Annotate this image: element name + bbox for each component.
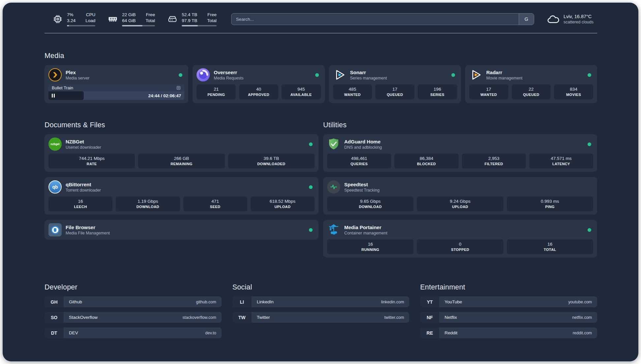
status-dot	[588, 228, 591, 232]
section-title-entertainment: Entertainment	[420, 283, 597, 291]
app-name: Speedtest	[344, 182, 380, 187]
stat-running: 16 RUNNING	[327, 239, 413, 254]
section-title-documents: Documents & Files	[45, 121, 319, 129]
app-name: NZBGet	[66, 139, 101, 144]
cpu-usage-value: 7%	[67, 12, 76, 18]
stat-queries: 498,461 QUERIES	[327, 154, 391, 168]
qbittorrent-card[interactable]: qb qBittorrent Torrent downloader 16 LEE…	[45, 177, 319, 215]
bookmark-linkedin[interactable]: LI LinkedIn linkedin.com	[232, 296, 410, 307]
disk-total-value: 97.9 TB	[182, 18, 197, 24]
stat-rate: 744.21 Mbps RATE	[48, 154, 135, 168]
app-name: Media Portainer	[344, 225, 387, 230]
adguard-card[interactable]: AdGuard Home DNS and adblocking 498,461 …	[323, 134, 597, 172]
status-dot	[451, 73, 455, 77]
sonarr-icon	[333, 68, 346, 81]
stat-series: 196 SERIES	[418, 84, 457, 99]
stat-pending: 21 PENDING	[197, 84, 236, 99]
nzbget-icon: nzbget	[48, 137, 62, 151]
memory-widget: 22 GiB Free 64 GiB Total	[108, 12, 155, 26]
playback-progress-bar[interactable]: 24:44 / 02:06:47	[48, 91, 184, 100]
bookmark-twitter[interactable]: TW Twitter twitter.com	[232, 312, 410, 323]
stat-remaining: 266 GB REMAINING	[138, 154, 225, 168]
cpu-load-label: Load	[85, 18, 95, 24]
weather-widget: Lviv, 16.87°C scattered clouds	[547, 13, 594, 25]
app-name: File Browser	[66, 225, 110, 230]
memory-free-value: 22 GiB	[122, 12, 136, 18]
app-subtitle: DNS and adblocking	[344, 145, 382, 150]
developer-column: Developer GH Github github.com SO StackO…	[45, 283, 222, 343]
status-dot	[179, 73, 182, 77]
filebrowser-card[interactable]: File Browser Media File Management	[45, 220, 319, 240]
bookmark-github[interactable]: GH Github github.com	[45, 296, 222, 307]
stat-upload: 618.52 Mbps UPLOAD	[251, 197, 315, 211]
disk-widget: 52.4 TB Free 97.9 TB Total	[168, 12, 217, 26]
status-dot	[309, 142, 313, 146]
stat-ping: 0.993 ms PING	[507, 197, 593, 211]
overseerr-icon	[197, 68, 210, 81]
stat-queued: 17 QUEUED	[375, 84, 414, 99]
disk-free-label: Free	[207, 12, 217, 18]
stat-download: 9.65 Gbps DOWNLOAD	[327, 197, 413, 211]
section-title-media: Media	[45, 52, 597, 60]
speedtest-card[interactable]: Speedtest Speedtest Tracking 9.65 Gbps D…	[323, 177, 597, 215]
plex-icon	[48, 68, 62, 81]
stat-upload: 9.24 Gbps UPLOAD	[417, 197, 503, 211]
app-subtitle: Media File Management	[66, 231, 110, 235]
search-engine-button[interactable]: G	[519, 14, 534, 25]
bookmark-dev[interactable]: DT DEV dev.to	[45, 327, 222, 338]
stat-total: 16 TOTAL	[507, 239, 593, 254]
adguard-icon	[327, 137, 340, 151]
stat-download: 1.19 Gbps DOWNLOAD	[116, 197, 180, 211]
header-divider	[45, 33, 597, 33]
radarr-card[interactable]: Radarr Movie management 17 WANTED 22 QUE…	[465, 65, 597, 103]
entertainment-column: Entertainment YT YouTube youtube.com NF …	[420, 283, 597, 343]
app-subtitle: Torrent downloader	[66, 188, 101, 193]
disk-icon	[168, 14, 177, 24]
cloud-icon	[547, 13, 559, 25]
now-playing-widget: Bullet Train 24:44 / 02:06:47	[48, 84, 184, 100]
bookmark-stackoverflow[interactable]: SO StackOverflow stackoverflow.com	[45, 312, 222, 323]
playback-time: 24:44 / 02:06:47	[148, 93, 181, 98]
cpu-icon	[53, 14, 63, 24]
app-name: Sonarr	[350, 70, 387, 75]
plex-card[interactable]: Plex Media server Bullet Train	[45, 65, 188, 103]
stat-stopped: 0 STOPPED	[417, 239, 503, 254]
overseerr-card[interactable]: Overseerr Media Requests 21 PENDING 40 A…	[193, 65, 324, 103]
social-column: Social LI LinkedIn linkedin.com TW Twitt…	[232, 283, 410, 327]
bookmark-netflix[interactable]: NF Netflix netflix.com	[420, 312, 597, 323]
stat-filtered: 2,953 FILTERED	[462, 154, 526, 168]
app-subtitle: Media server	[66, 76, 89, 80]
app-subtitle: Usenet downloader	[66, 145, 101, 150]
sonarr-card[interactable]: Sonarr Series management 485 WANTED 17 Q…	[329, 65, 461, 103]
memory-progress-bar	[122, 25, 155, 26]
bookmark-reddit[interactable]: RE Reddit reddit.com	[420, 327, 597, 338]
utilities-column: Utilities AdGuard Home	[323, 121, 597, 263]
section-title-developer: Developer	[45, 283, 222, 291]
status-dot	[309, 185, 313, 189]
search-input[interactable]	[231, 17, 519, 22]
bookmark-youtube[interactable]: YT YouTube youtube.com	[420, 296, 597, 307]
pause-button[interactable]	[52, 94, 55, 98]
portainer-card[interactable]: Media Portainer Container management 16 …	[323, 220, 597, 258]
app-subtitle: Speedtest Tracking	[344, 188, 380, 193]
status-dot	[315, 73, 319, 77]
status-dot	[588, 73, 591, 77]
nzbget-card[interactable]: nzbget NZBGet Usenet downloader 744.21 M…	[45, 134, 319, 172]
speedtest-icon	[327, 180, 340, 194]
ram-icon	[108, 14, 118, 24]
app-name: qBittorrent	[66, 182, 101, 187]
status-dot	[309, 228, 313, 232]
stat-leech: 16 LEECH	[48, 197, 112, 211]
app-subtitle: Series management	[350, 76, 387, 80]
weather-condition: scattered clouds	[564, 20, 594, 24]
memory-free-label: Free	[146, 12, 155, 18]
app-name: Radarr	[486, 70, 523, 75]
memory-total-value: 64 GiB	[122, 18, 136, 24]
status-dot	[588, 142, 591, 146]
app-subtitle: Movie management	[486, 76, 523, 80]
search-bar[interactable]: G	[231, 13, 534, 25]
cpu-usage-label: CPU	[85, 12, 95, 18]
cpu-load-value: 3.24	[67, 18, 76, 24]
radarr-icon	[469, 68, 482, 81]
stat-downloaded: 39.6 TB DOWNLOADED	[228, 154, 315, 168]
